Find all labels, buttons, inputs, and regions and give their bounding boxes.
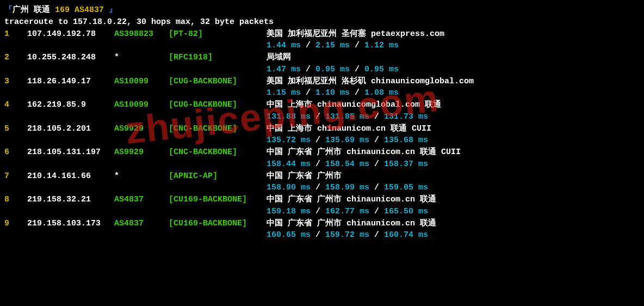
hop-t1: 131.88 ms: [267, 112, 311, 121]
separator: /: [311, 230, 325, 240]
separator: /: [369, 160, 384, 169]
hop-asn: *: [114, 170, 169, 182]
hop-location: 局域网: [267, 52, 640, 64]
hop-bracket: [CNC-BACKBONE]: [169, 123, 267, 135]
hop-t3: 1.08 ms: [364, 88, 399, 97]
hop-t1: 135.72 ms: [267, 136, 311, 145]
hop-number: 9: [4, 218, 27, 230]
separator: /: [301, 41, 315, 50]
separator: /: [311, 183, 325, 192]
hop-t3: 0.95 ms: [364, 65, 399, 74]
hop-t2: 158.99 ms: [325, 183, 369, 192]
separator: /: [311, 112, 325, 121]
hop-timing-row: 1.47 ms / 0.95 ms / 0.95 ms: [4, 64, 640, 76]
header-close-bracket: 』: [109, 5, 117, 15]
hop-timings: 158.90 ms / 158.99 ms / 159.05 ms: [4, 182, 640, 194]
hop-t3: 131.73 ms: [384, 112, 428, 121]
hop-ip: 10.255.248.248: [27, 52, 114, 64]
header-code: 169: [55, 5, 70, 15]
hop-ip: 218.105.131.197: [27, 146, 114, 158]
hop-timings: 131.88 ms / 131.85 ms / 131.73 ms: [4, 111, 640, 123]
hop-number: 4: [4, 99, 27, 111]
hop-row: 9219.158.103.173AS4837[CU169-BACKBONE]中国…: [4, 218, 640, 230]
hop-number: 8: [4, 194, 27, 206]
hop-location: 中国 上海市 chinaunicomglobal.com 联通: [267, 99, 640, 111]
hop-timings: 1.47 ms / 0.95 ms / 0.95 ms: [4, 64, 640, 76]
separator: /: [369, 207, 384, 216]
separator: /: [369, 183, 384, 192]
hop-location: 中国 广东省 广州市: [267, 170, 640, 182]
hop-timings: 160.65 ms / 159.72 ms / 160.74 ms: [4, 229, 640, 241]
hop-location: 中国 广东省 广州市 chinaunicom.cn 联通: [267, 218, 640, 230]
hop-ip: 162.219.85.9: [27, 99, 114, 111]
hop-t1: 160.65 ms: [267, 230, 311, 240]
separator: /: [369, 112, 384, 121]
hop-ip: 210.14.161.66: [27, 170, 114, 182]
hop-ip: 218.105.2.201: [27, 123, 114, 135]
hop-bracket: [CUG-BACKBONE]: [169, 76, 267, 88]
hop-row: 1107.149.192.78AS398823[PT-82]美国 加利福尼亚州 …: [4, 28, 640, 40]
hop-t2: 2.15 ms: [315, 41, 350, 50]
hop-asn: *: [114, 52, 169, 64]
hop-number: 7: [4, 170, 27, 182]
header-carrier: 联通: [34, 5, 50, 15]
hop-timings: 1.15 ms / 1.10 ms / 1.08 ms: [4, 87, 640, 99]
hop-t3: 158.37 ms: [384, 160, 428, 169]
hop-number: 1: [4, 28, 27, 40]
hop-t1: 1.44 ms: [267, 41, 301, 50]
hop-timings: 158.44 ms / 158.54 ms / 158.37 ms: [4, 158, 640, 170]
hop-t3: 160.74 ms: [384, 230, 428, 240]
hop-location: 美国 加利福尼亚州 圣何塞 petaexpress.com: [267, 28, 640, 40]
hop-timing-row: 135.72 ms / 135.69 ms / 135.68 ms: [4, 134, 640, 146]
hop-t1: 158.44 ms: [267, 160, 311, 169]
hop-bracket: [APNIC-AP]: [169, 170, 267, 182]
hop-row: 5218.105.2.201AS9929[CNC-BACKBONE]中国 上海市…: [4, 123, 640, 135]
hop-location: 中国 上海市 chinaunicom.cn 联通 CUII: [267, 123, 640, 135]
separator: /: [311, 136, 325, 145]
separator: /: [311, 160, 325, 169]
hop-asn: AS398823: [114, 28, 169, 40]
hop-row: 3118.26.149.17AS10099[CUG-BACKBONE]美国 加利…: [4, 76, 640, 88]
separator: /: [350, 88, 364, 97]
hop-bracket: [RFC1918]: [169, 52, 267, 64]
separator: /: [369, 230, 384, 240]
hop-asn: AS4837: [114, 218, 169, 230]
separator: /: [350, 41, 364, 50]
hop-number: 6: [4, 146, 27, 158]
hop-t1: 1.15 ms: [267, 88, 301, 97]
hop-t2: 0.95 ms: [315, 65, 350, 74]
hop-ip: 219.158.103.173: [27, 218, 114, 230]
traceroute-subheader: traceroute to 157.18.0.22, 30 hops max, …: [4, 16, 640, 28]
hop-t3: 1.12 ms: [364, 41, 399, 50]
hop-asn: AS10099: [114, 76, 169, 88]
hop-ip: 219.158.32.21: [27, 194, 114, 206]
traceroute-header: 『广州 联通 169 AS4837 』: [4, 4, 640, 16]
hop-bracket: [CNC-BACKBONE]: [169, 146, 267, 158]
hop-timing-row: 160.65 ms / 159.72 ms / 160.74 ms: [4, 229, 640, 241]
hop-number: 5: [4, 123, 27, 135]
hop-row: 6218.105.131.197AS9929[CNC-BACKBONE]中国 广…: [4, 146, 640, 158]
separator: /: [301, 65, 315, 74]
hop-t1: 158.90 ms: [267, 183, 311, 192]
hop-row: 4162.219.85.9AS10099[CUG-BACKBONE]中国 上海市…: [4, 99, 640, 111]
hop-t1: 1.47 ms: [267, 65, 301, 74]
separator: /: [369, 136, 384, 145]
header-open-bracket: 『: [4, 5, 13, 15]
traceroute-hops: 1107.149.192.78AS398823[PT-82]美国 加利福尼亚州 …: [4, 28, 640, 242]
hop-asn: AS10099: [114, 99, 169, 111]
hop-location: 中国 广东省 广州市 chinaunicom.cn 联通 CUII: [267, 146, 640, 158]
hop-asn: AS9929: [114, 146, 169, 158]
hop-ip: 107.149.192.78: [27, 28, 114, 40]
hop-timings: 1.44 ms / 2.15 ms / 1.12 ms: [4, 40, 640, 52]
hop-row: 210.255.248.248*[RFC1918]局域网: [4, 52, 640, 64]
hop-t2: 158.54 ms: [325, 160, 369, 169]
hop-timing-row: 1.15 ms / 1.10 ms / 1.08 ms: [4, 87, 640, 99]
hop-number: 3: [4, 76, 27, 88]
hop-timings: 135.72 ms / 135.69 ms / 135.68 ms: [4, 134, 640, 146]
hop-ip: 118.26.149.17: [27, 76, 114, 88]
hop-bracket: [CU169-BACKBONE]: [169, 194, 267, 206]
hop-timing-row: 158.44 ms / 158.54 ms / 158.37 ms: [4, 158, 640, 170]
hop-timing-row: 1.44 ms / 2.15 ms / 1.12 ms: [4, 40, 640, 52]
hop-bracket: [CU169-BACKBONE]: [169, 218, 267, 230]
hop-location: 美国 加利福尼亚州 洛杉矶 chinaunicomglobal.com: [267, 76, 640, 88]
